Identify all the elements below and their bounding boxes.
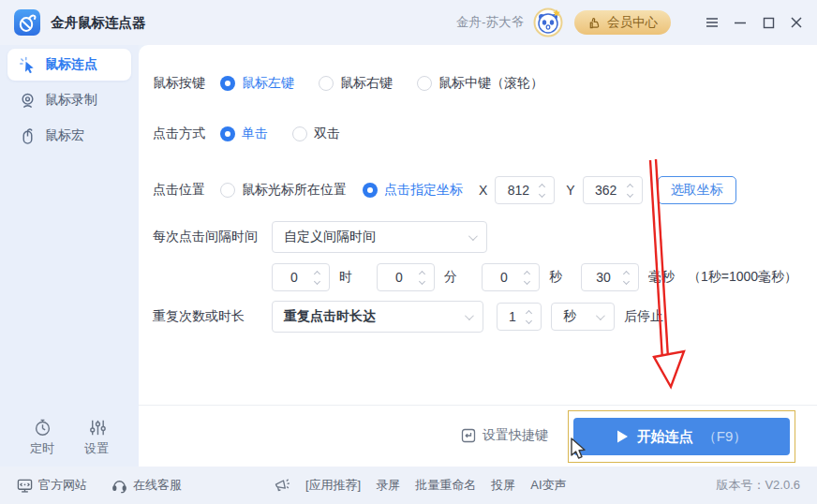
repeat-mode-select[interactable]: 重复点击时长达 [272, 301, 483, 333]
settings-icon [87, 418, 107, 437]
username: 金舟-苏大爷 [456, 14, 524, 31]
radio-single-click-label[interactable]: 单击 [242, 126, 268, 142]
close-button[interactable] [789, 15, 804, 30]
seconds-field [482, 263, 540, 291]
radio-specified-coords[interactable] [363, 183, 378, 198]
hotkey-icon [461, 428, 476, 443]
seconds-stepper[interactable] [525, 264, 534, 290]
repeat-count-stepper[interactable] [527, 304, 536, 330]
sidebar-item-mouse-record[interactable]: 鼠标录制 [7, 84, 131, 116]
avatar[interactable] [533, 7, 563, 37]
radio-middle-button[interactable] [417, 76, 432, 91]
statusbar: 官方网站 在线客服 [应用推荐] 录屏 批量重命名 投屏 AI变声 版本号：V2… [0, 467, 817, 504]
radio-right-button-label[interactable]: 鼠标右键 [340, 75, 393, 92]
millis-stepper[interactable] [624, 264, 633, 290]
hours-field [272, 263, 330, 291]
y-coord-label: Y [566, 183, 574, 198]
app-window: 金舟鼠标连点器 金舟-苏大爷 会员中心 [0, 0, 817, 504]
radio-cursor-position[interactable] [220, 183, 235, 198]
radio-cursor-position-label[interactable]: 鼠标光标所在位置 [242, 182, 347, 199]
titlebar-right: 金舟-苏大爷 会员中心 [456, 7, 804, 37]
millis-hint: （1秒=1000毫秒） [688, 269, 797, 286]
sidebar-item-label: 鼠标宏 [45, 127, 84, 144]
minimize-button[interactable] [733, 15, 748, 30]
play-icon [616, 430, 628, 443]
sidebar-item-label: 鼠标连点 [45, 56, 97, 73]
y-coord-stepper[interactable] [628, 177, 637, 203]
seconds-unit: 秒 [549, 269, 562, 286]
set-hotkey-label: 设置快捷键 [483, 427, 548, 444]
sidebar-item-label: 鼠标录制 [45, 92, 97, 109]
radio-double-click-label[interactable]: 双击 [314, 126, 340, 142]
x-coord-stepper[interactable] [540, 177, 549, 203]
minutes-field [377, 263, 435, 291]
settings-label: 设置 [84, 440, 109, 457]
app-logo-icon [13, 8, 41, 37]
millis-field [581, 263, 639, 291]
sidebar-footer: 定时 设置 [21, 418, 118, 457]
record-icon [19, 92, 37, 110]
repeat-count-field [497, 303, 542, 331]
radio-middle-button-label[interactable]: 鼠标中键（滚轮） [438, 75, 543, 92]
start-click-label: 开始连点 [637, 428, 693, 446]
maximize-button[interactable] [761, 15, 776, 30]
row-click-position: 点击位置 鼠标光标所在位置 点击指定坐标 X Y 选取坐标 [153, 176, 736, 204]
timer-button[interactable]: 定时 [21, 418, 64, 457]
radio-right-button[interactable] [319, 76, 334, 91]
headset-icon [111, 478, 127, 494]
sidebar: 鼠标连点 鼠标录制 鼠标宏 定时 [0, 45, 139, 467]
hours-stepper[interactable] [315, 264, 324, 290]
sidebar-item-mouse-click[interactable]: 鼠标连点 [7, 49, 131, 81]
online-support-label: 在线客服 [133, 477, 182, 494]
interval-label: 每次点击间隔时间 [153, 229, 272, 245]
promo-batch-rename[interactable]: 批量重命名 [415, 477, 476, 494]
megaphone-icon [274, 477, 290, 494]
repeat-unit-select[interactable]: 秒 [551, 303, 615, 331]
radio-left-button-label[interactable]: 鼠标左键 [242, 75, 294, 92]
row-interval-preset: 每次点击间隔时间 自定义间隔时间 [153, 221, 487, 253]
row-mouse-button: 鼠标按键 鼠标左键 鼠标右键 鼠标中键（滚轮） [153, 75, 568, 92]
x-coord-field [495, 176, 555, 204]
maximize-icon [763, 17, 775, 29]
promo-screen-record[interactable]: 录屏 [376, 477, 400, 494]
start-click-button[interactable]: 开始连点 （F9） [573, 418, 790, 455]
vip-center-button[interactable]: 会员中心 [574, 10, 671, 35]
click-position-label: 点击位置 [153, 182, 220, 199]
radio-double-click[interactable] [292, 126, 307, 141]
app-title: 金舟鼠标连点器 [51, 14, 146, 32]
radio-single-click[interactable] [220, 126, 235, 141]
promo-screen-cast[interactable]: 投屏 [491, 477, 515, 494]
timer-icon [33, 418, 52, 437]
repeat-label: 重复次数或时长 [153, 308, 272, 325]
start-hotkey-label: （F9） [703, 428, 748, 446]
official-site-label: 官方网站 [38, 477, 87, 494]
set-hotkey-button[interactable]: 设置快捷键 [461, 427, 548, 444]
minutes-stepper[interactable] [420, 264, 429, 290]
chevron-down-icon [468, 231, 478, 241]
official-site-link[interactable]: 官方网站 [17, 477, 87, 494]
row-click-mode: 点击方式 单击 双击 [153, 126, 364, 142]
promo-app-recommend[interactable]: [应用推荐] [305, 477, 361, 494]
sidebar-item-mouse-macro[interactable]: 鼠标宏 [7, 120, 131, 152]
promo-links: [应用推荐] 录屏 批量重命名 投屏 AI变声 [274, 477, 567, 494]
chevron-down-icon [596, 311, 605, 320]
pick-coords-button[interactable]: 选取坐标 [658, 176, 736, 204]
radio-specified-coords-label[interactable]: 点击指定坐标 [384, 182, 463, 199]
menu-button[interactable] [705, 15, 720, 30]
promo-ai-voice[interactable]: AI变声 [530, 477, 566, 494]
interval-preset-select[interactable]: 自定义间隔时间 [272, 221, 487, 253]
start-button-highlight: 开始连点 （F9） [568, 410, 795, 463]
x-coord-label: X [479, 183, 487, 198]
row-repeat: 重复次数或时长 重复点击时长达 秒 后停止 [153, 301, 663, 333]
mouse-button-label: 鼠标按键 [153, 75, 220, 92]
row-interval-values: 时 分 秒 毫秒 （1秒=1000毫秒） [272, 263, 797, 291]
settings-button[interactable]: 设置 [75, 418, 118, 457]
app-identity: 金舟鼠标连点器 [13, 8, 146, 37]
panda-avatar-icon [533, 7, 563, 37]
radio-left-button[interactable] [220, 76, 235, 91]
minimize-icon [734, 16, 747, 29]
online-support-link[interactable]: 在线客服 [111, 477, 182, 494]
thumbs-up-icon [587, 16, 602, 30]
hamburger-icon [705, 15, 720, 30]
millis-unit: 毫秒 [648, 269, 675, 286]
